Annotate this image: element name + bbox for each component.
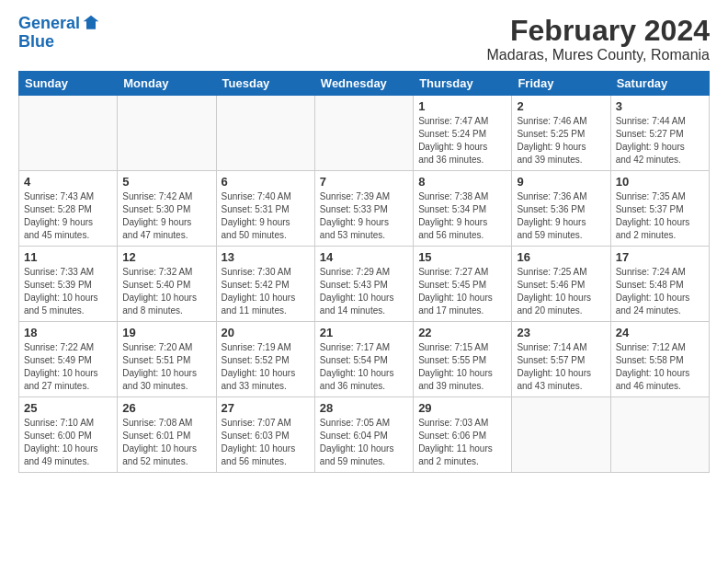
week-row-1: 4Sunrise: 7:43 AM Sunset: 5:28 PM Daylig… [19, 171, 710, 247]
calendar-cell: 17Sunrise: 7:24 AM Sunset: 5:48 PM Dayli… [610, 247, 709, 322]
week-row-0: 1Sunrise: 7:47 AM Sunset: 5:24 PM Daylig… [19, 96, 710, 171]
day-info: Sunrise: 7:03 AM Sunset: 6:06 PM Dayligh… [418, 417, 506, 468]
day-number: 6 [222, 175, 310, 189]
day-number: 7 [320, 175, 408, 189]
day-number: 23 [517, 326, 605, 339]
calendar-cell: 16Sunrise: 7:25 AM Sunset: 5:46 PM Dayli… [512, 247, 610, 322]
day-number: 3 [616, 99, 704, 113]
day-number: 17 [616, 250, 704, 264]
day-info: Sunrise: 7:17 AM Sunset: 5:54 PM Dayligh… [320, 341, 408, 393]
calendar-cell: 2Sunrise: 7:46 AM Sunset: 5:25 PM Daylig… [512, 96, 610, 171]
calendar-cell: 15Sunrise: 7:27 AM Sunset: 5:45 PM Dayli… [414, 247, 512, 322]
header-friday: Friday [512, 72, 610, 96]
page: General Blue February 2024 Madaras, Mure… [0, 0, 728, 563]
header: General Blue February 2024 Madaras, Mure… [18, 15, 710, 63]
day-info: Sunrise: 7:12 AM Sunset: 5:58 PM Dayligh… [616, 341, 704, 393]
day-number: 19 [122, 326, 210, 339]
day-info: Sunrise: 7:10 AM Sunset: 6:00 PM Dayligh… [24, 417, 112, 468]
calendar-cell: 20Sunrise: 7:19 AM Sunset: 5:52 PM Dayli… [216, 322, 314, 397]
header-thursday: Thursday [414, 72, 512, 96]
day-info: Sunrise: 7:35 AM Sunset: 5:37 PM Dayligh… [616, 190, 704, 242]
day-number: 16 [517, 250, 605, 264]
title-area: February 2024 Madaras, Mures County, Rom… [487, 15, 710, 63]
day-info: Sunrise: 7:46 AM Sunset: 5:25 PM Dayligh… [517, 115, 605, 167]
day-number: 12 [122, 250, 210, 264]
calendar-cell: 7Sunrise: 7:39 AM Sunset: 5:33 PM Daylig… [314, 171, 413, 247]
calendar-cell: 4Sunrise: 7:43 AM Sunset: 5:28 PM Daylig… [19, 171, 118, 247]
month-title: February 2024 [487, 15, 710, 47]
calendar-cell: 27Sunrise: 7:07 AM Sunset: 6:03 PM Dayli… [216, 397, 314, 473]
week-row-2: 11Sunrise: 7:33 AM Sunset: 5:39 PM Dayli… [19, 247, 710, 322]
calendar-cell: 28Sunrise: 7:05 AM Sunset: 6:04 PM Dayli… [314, 397, 413, 473]
day-info: Sunrise: 7:40 AM Sunset: 5:31 PM Dayligh… [222, 190, 310, 242]
calendar-cell: 9Sunrise: 7:36 AM Sunset: 5:36 PM Daylig… [512, 171, 610, 247]
calendar-cell: 26Sunrise: 7:08 AM Sunset: 6:01 PM Dayli… [118, 397, 216, 473]
day-info: Sunrise: 7:33 AM Sunset: 5:39 PM Dayligh… [24, 266, 112, 317]
calendar-table: Sunday Monday Tuesday Wednesday Thursday… [18, 71, 710, 473]
location-title: Madaras, Mures County, Romania [487, 47, 710, 63]
week-row-3: 18Sunrise: 7:22 AM Sunset: 5:49 PM Dayli… [19, 322, 710, 397]
calendar-cell: 18Sunrise: 7:22 AM Sunset: 5:49 PM Dayli… [19, 322, 118, 397]
calendar-cell: 21Sunrise: 7:17 AM Sunset: 5:54 PM Dayli… [314, 322, 413, 397]
day-info: Sunrise: 7:14 AM Sunset: 5:57 PM Dayligh… [517, 341, 605, 393]
day-info: Sunrise: 7:08 AM Sunset: 6:01 PM Dayligh… [122, 417, 210, 468]
calendar-cell: 12Sunrise: 7:32 AM Sunset: 5:40 PM Dayli… [118, 247, 216, 322]
week-row-4: 25Sunrise: 7:10 AM Sunset: 6:00 PM Dayli… [19, 397, 710, 473]
calendar-cell [118, 96, 216, 171]
day-info: Sunrise: 7:22 AM Sunset: 5:49 PM Dayligh… [24, 341, 112, 393]
calendar-cell: 24Sunrise: 7:12 AM Sunset: 5:58 PM Dayli… [610, 322, 709, 397]
day-number: 9 [517, 175, 605, 189]
header-wednesday: Wednesday [314, 72, 413, 96]
day-info: Sunrise: 7:47 AM Sunset: 5:24 PM Dayligh… [418, 115, 506, 167]
calendar-cell [512, 397, 610, 473]
day-number: 4 [24, 175, 112, 189]
day-info: Sunrise: 7:20 AM Sunset: 5:51 PM Dayligh… [122, 341, 210, 393]
day-info: Sunrise: 7:25 AM Sunset: 5:46 PM Dayligh… [517, 266, 605, 317]
day-number: 22 [418, 326, 506, 339]
day-number: 26 [122, 401, 210, 415]
day-info: Sunrise: 7:36 AM Sunset: 5:36 PM Dayligh… [517, 190, 605, 242]
day-info: Sunrise: 7:42 AM Sunset: 5:30 PM Dayligh… [122, 190, 210, 242]
day-info: Sunrise: 7:32 AM Sunset: 5:40 PM Dayligh… [122, 266, 210, 317]
day-info: Sunrise: 7:05 AM Sunset: 6:04 PM Dayligh… [320, 417, 408, 468]
calendar-cell: 3Sunrise: 7:44 AM Sunset: 5:27 PM Daylig… [610, 96, 709, 171]
header-sunday: Sunday [19, 72, 118, 96]
day-number: 8 [418, 175, 506, 189]
day-number: 18 [24, 326, 112, 339]
day-number: 10 [616, 175, 704, 189]
day-number: 15 [418, 250, 506, 264]
calendar-cell: 22Sunrise: 7:15 AM Sunset: 5:55 PM Dayli… [414, 322, 512, 397]
calendar-cell: 14Sunrise: 7:29 AM Sunset: 5:43 PM Dayli… [314, 247, 413, 322]
calendar-cell: 23Sunrise: 7:14 AM Sunset: 5:57 PM Dayli… [512, 322, 610, 397]
day-info: Sunrise: 7:07 AM Sunset: 6:03 PM Dayligh… [222, 417, 310, 468]
calendar-cell [19, 96, 118, 171]
calendar-cell [216, 96, 314, 171]
day-info: Sunrise: 7:39 AM Sunset: 5:33 PM Dayligh… [320, 190, 408, 242]
calendar-cell: 5Sunrise: 7:42 AM Sunset: 5:30 PM Daylig… [118, 171, 216, 247]
day-number: 11 [24, 250, 112, 264]
calendar-cell: 13Sunrise: 7:30 AM Sunset: 5:42 PM Dayli… [216, 247, 314, 322]
calendar-cell: 25Sunrise: 7:10 AM Sunset: 6:00 PM Dayli… [19, 397, 118, 473]
calendar-cell [314, 96, 413, 171]
day-info: Sunrise: 7:44 AM Sunset: 5:27 PM Dayligh… [616, 115, 704, 167]
day-number: 27 [222, 401, 310, 415]
logo-text-blue: Blue [18, 33, 100, 52]
day-info: Sunrise: 7:24 AM Sunset: 5:48 PM Dayligh… [616, 266, 704, 317]
day-number: 25 [24, 401, 112, 415]
day-info: Sunrise: 7:29 AM Sunset: 5:43 PM Dayligh… [320, 266, 408, 317]
day-number: 5 [122, 175, 210, 189]
calendar-cell: 19Sunrise: 7:20 AM Sunset: 5:51 PM Dayli… [118, 322, 216, 397]
day-info: Sunrise: 7:38 AM Sunset: 5:34 PM Dayligh… [418, 190, 506, 242]
calendar-cell: 8Sunrise: 7:38 AM Sunset: 5:34 PM Daylig… [414, 171, 512, 247]
day-info: Sunrise: 7:43 AM Sunset: 5:28 PM Dayligh… [24, 190, 112, 242]
day-number: 13 [222, 250, 310, 264]
day-info: Sunrise: 7:15 AM Sunset: 5:55 PM Dayligh… [418, 341, 506, 393]
header-row: Sunday Monday Tuesday Wednesday Thursday… [19, 72, 710, 96]
day-number: 21 [320, 326, 408, 339]
calendar-cell [610, 397, 709, 473]
calendar-cell: 1Sunrise: 7:47 AM Sunset: 5:24 PM Daylig… [414, 96, 512, 171]
day-number: 29 [418, 401, 506, 415]
calendar-cell: 29Sunrise: 7:03 AM Sunset: 6:06 PM Dayli… [414, 397, 512, 473]
header-tuesday: Tuesday [216, 72, 314, 96]
day-number: 28 [320, 401, 408, 415]
